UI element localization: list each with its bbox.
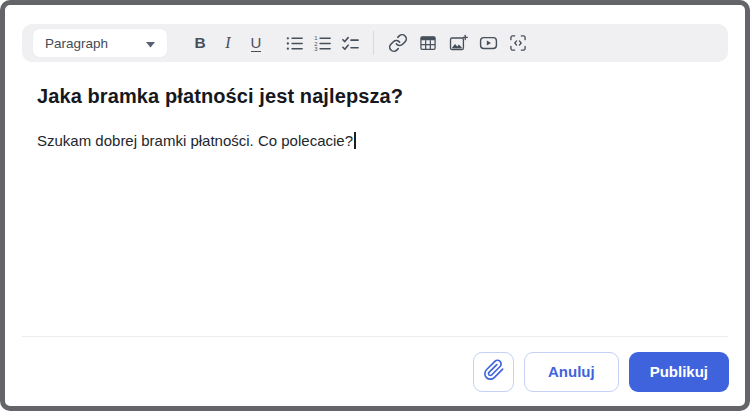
source-code-icon (508, 33, 528, 53)
paragraph-style-value: Paragraph (45, 36, 108, 51)
source-code-button[interactable] (503, 28, 533, 58)
underline-glyph: U (251, 35, 262, 52)
link-button[interactable] (383, 28, 413, 58)
post-title-input[interactable]: Jaka bramka płatności jest najlepsza? (37, 85, 713, 108)
italic-button[interactable]: I (214, 28, 242, 58)
bold-button[interactable]: B (186, 28, 214, 58)
post-editor-window: Paragraph B I U (0, 0, 750, 411)
text-cursor (354, 132, 356, 149)
italic-glyph: I (225, 34, 230, 52)
bulleted-list-button[interactable] (280, 28, 308, 58)
toolbar-separator (373, 31, 374, 55)
underline-button[interactable]: U (242, 28, 270, 58)
editor-footer: Anuluj Publikuj (5, 337, 745, 406)
link-icon (388, 33, 408, 53)
editor-content-area[interactable]: Jaka bramka płatności jest najlepsza? Sz… (5, 62, 745, 336)
bulleted-list-icon (285, 34, 304, 53)
insert-table-button[interactable] (413, 28, 443, 58)
numbered-list-button[interactable]: 1 2 3 (308, 28, 336, 58)
post-body-editor[interactable]: Szukam dobrej bramki płatności. Co polec… (37, 131, 713, 151)
attach-file-button[interactable] (473, 352, 514, 392)
paragraph-style-dropdown[interactable]: Paragraph (32, 28, 168, 58)
paperclip-icon (483, 359, 505, 384)
insert-media-button[interactable] (473, 28, 503, 58)
svg-text:3: 3 (314, 46, 318, 52)
editor-toolbar: Paragraph B I U (22, 24, 728, 62)
post-body-text: Szukam dobrej bramki płatności. Co polec… (37, 132, 353, 149)
bold-glyph: B (194, 34, 205, 52)
insert-image-icon (448, 33, 468, 53)
todo-list-icon (341, 34, 360, 53)
insert-media-icon (478, 33, 499, 53)
numbered-list-icon: 1 2 3 (313, 34, 332, 53)
insert-table-icon (418, 33, 438, 53)
cancel-button[interactable]: Anuluj (524, 352, 619, 392)
insert-image-button[interactable] (443, 28, 473, 58)
publish-button[interactable]: Publikuj (629, 352, 729, 392)
todo-list-button[interactable] (336, 28, 364, 58)
caret-down-icon (146, 34, 155, 52)
